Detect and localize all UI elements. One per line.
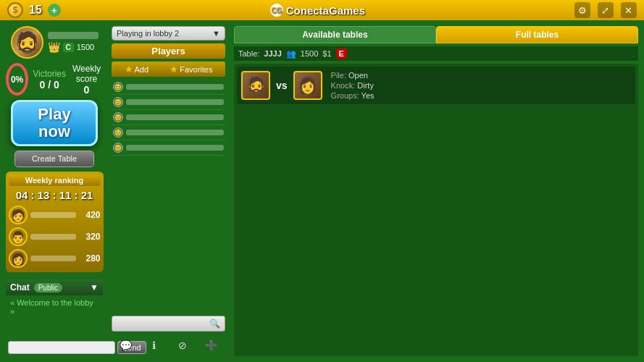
profile-area: 🧔 👑 C 1500 (11, 26, 99, 59)
chat-title: Chat (10, 282, 30, 292)
rank-name-bar-3 (30, 256, 76, 261)
tab-full-tables[interactable]: Full tables (436, 26, 638, 43)
ranking-badge: C (63, 43, 74, 52)
stats-row: 0% Victories 0 / 0 Weekly score 0 (6, 63, 103, 96)
weekly-timer: 04 : 13 : 11 : 21 (9, 189, 101, 201)
lobby-select[interactable]: Playing in lobby 2 ▼ (112, 26, 225, 41)
players-add-button[interactable]: ★ Add (125, 64, 149, 75)
table-row[interactable]: 🧔 vs 👩 Pile: Open Knock: Dirty G (237, 67, 635, 104)
players-list: 😊 😊 😊 😊 😊 (112, 80, 225, 313)
chat-collapse-button[interactable]: ▼ (90, 282, 99, 292)
ranking-item: 🧑 420 (9, 204, 101, 226)
player-item[interactable]: 😊 (112, 125, 225, 140)
chat-public-badge: Public (34, 283, 62, 292)
groups-label: Groups: (331, 91, 359, 100)
table-dollar: $1 (322, 49, 331, 58)
player-item[interactable]: 😊 (112, 95, 225, 110)
top-bar-right: ⚙ ⤢ ✕ (574, 2, 637, 18)
left-panel: 🧔 👑 C 1500 0% Victories (0, 20, 109, 362)
ranking-value: 1500 (77, 43, 94, 51)
table-knock-row: Knock: Dirty (331, 81, 375, 90)
chat-header: Chat Public ▼ (6, 279, 103, 295)
player-status-1: 😊 (113, 82, 123, 92)
players-toolbar: ★ Add ★ Favorites (112, 62, 225, 77)
lobby-selected-label: Playing in lobby 2 (117, 29, 179, 38)
favorites-label: Favorites (180, 65, 212, 74)
table-label: Table: (238, 49, 259, 58)
settings-button[interactable]: ⚙ (574, 2, 590, 18)
ranking-item: 👨 320 (9, 226, 101, 248)
chat-action-button[interactable]: 💬 (117, 337, 135, 354)
star-icon: ★ (125, 64, 133, 75)
add-label: Add (135, 65, 149, 74)
table-header-row: Table: JJJJ 👥 1500 $1 E (234, 46, 638, 61)
player-name-bar-5 (126, 145, 224, 151)
rank-name-bar-1 (30, 212, 76, 218)
player-item[interactable]: 😊 (112, 80, 225, 95)
player-item[interactable]: 😊 (112, 140, 225, 156)
add-player-button[interactable]: ➕ (202, 337, 219, 354)
brand-name: ConectaGames (286, 4, 365, 17)
weekly-ranking-title: Weekly ranking (9, 174, 101, 186)
player-item[interactable]: 😊 (112, 110, 225, 125)
chat-input-row: Send (6, 339, 103, 356)
brand-logo: CG ConectaGames (270, 4, 365, 17)
main-area: 🧔 👑 C 1500 0% Victories (0, 20, 644, 362)
player-search-input[interactable] (117, 319, 205, 328)
tables-tabs: Available tables Full tables (234, 26, 638, 43)
weekly-ranking-box: Weekly ranking 04 : 13 : 11 : 21 🧑 420 👨… (6, 172, 104, 272)
user-info: 👑 C 1500 (48, 32, 99, 53)
avatar: 🧔 (11, 26, 43, 59)
page-wrapper: $ 15 + CG ConectaGames ⚙ ⤢ ✕ 🧔 (0, 0, 644, 362)
coin-icon: $ (7, 2, 23, 18)
rank-score-3: 280 (79, 253, 101, 264)
victories-label: Victories (33, 69, 66, 79)
player-name-bar-2 (126, 99, 224, 105)
play-line2: now (38, 123, 70, 140)
player-status-4: 😊 (113, 127, 123, 138)
avatar-emoji: 🧔 (14, 30, 40, 54)
create-table-button[interactable]: Create Table (14, 151, 94, 167)
star-icon-2: ★ (170, 64, 178, 75)
play-now-button[interactable]: Play now (11, 100, 98, 146)
player-name-bar-4 (126, 130, 224, 135)
player-name-bar-3 (126, 114, 224, 120)
table-flag: E (336, 49, 347, 59)
chat-input[interactable] (8, 341, 115, 354)
victories-value: 0 / 0 (33, 79, 66, 90)
table-player1-avatar: 🧔 (241, 71, 270, 100)
player-actions: 💬 ℹ ⊘ ➕ (112, 334, 225, 356)
play-line1: Play (38, 106, 70, 123)
groups-value: Yes (361, 91, 375, 100)
crown-icon: 👑 (48, 41, 60, 53)
info-action-button[interactable]: ℹ (146, 337, 163, 354)
weekly-score-label: Weekly score (70, 64, 103, 84)
table-id: JJJJ (264, 49, 281, 58)
block-action-button[interactable]: ⊘ (174, 337, 191, 354)
tab-available-tables[interactable]: Available tables (234, 26, 436, 43)
win-percent-value: 0% (11, 75, 23, 85)
rank-name-bar-2 (30, 234, 76, 240)
knock-label: Knock: (331, 81, 356, 90)
close-button[interactable]: ✕ (621, 2, 637, 18)
chat-body: « Welcome to the lobby » (6, 295, 103, 339)
chat-welcome-msg: « Welcome to the lobby » (10, 298, 99, 316)
tables-panel: Available tables Full tables Table: JJJJ… (228, 20, 644, 362)
ranking-row: 👑 C 1500 (48, 41, 99, 53)
add-coin-button[interactable]: + (48, 4, 61, 17)
resize-button[interactable]: ⤢ (598, 2, 614, 18)
ranking-item: 👩 280 (9, 248, 101, 269)
table-content: 🧔 vs 👩 Pile: Open Knock: Dirty G (234, 64, 638, 356)
player-name-bar-1 (126, 84, 224, 90)
pile-value: Open (348, 71, 368, 80)
coin-count: 15 (29, 4, 42, 17)
players-favorites-button[interactable]: ★ Favorites (170, 64, 212, 75)
rank-avatar-2: 👨 (9, 227, 28, 246)
username-bar (48, 32, 99, 39)
player-status-3: 😊 (113, 112, 123, 122)
players-header: Players (112, 43, 225, 59)
player-status-5: 😊 (113, 143, 123, 153)
table-groups-row: Groups: Yes (331, 91, 375, 100)
top-bar-left: $ 15 + (7, 2, 61, 18)
rank-avatar-3: 👩 (9, 249, 28, 268)
